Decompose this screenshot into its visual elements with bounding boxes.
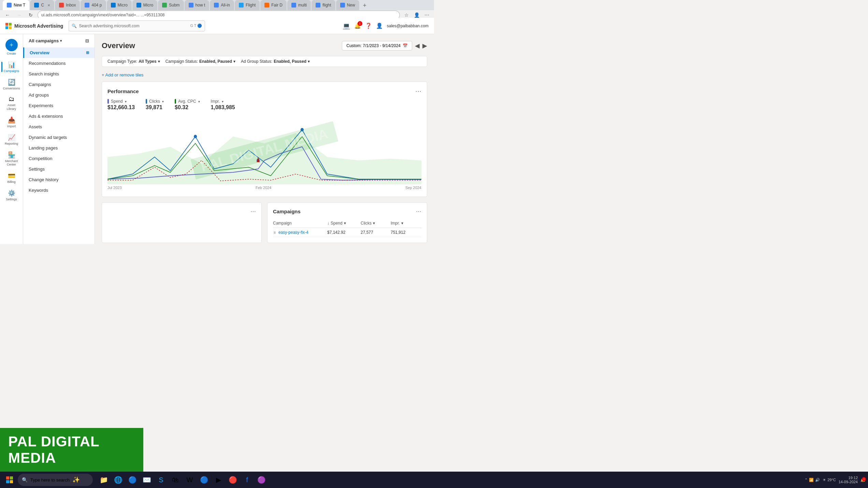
search-placeholder: Search advertising.microsoft.com xyxy=(79,24,139,28)
tab-campaigns[interactable]: C ✕ xyxy=(30,0,54,10)
campaigns-card: Campaigns ⋯ Campaign ↓ Spend ▾ Clicks ▾ xyxy=(267,202,427,243)
impr-chevron[interactable]: ▾ xyxy=(222,100,223,103)
ms-sq-4 xyxy=(9,26,12,29)
tab-fair[interactable]: Fair D xyxy=(260,0,287,10)
nav-item-overview[interactable]: Overview ⊞ xyxy=(23,47,95,58)
tab-new2[interactable]: New xyxy=(336,0,359,10)
tab-active[interactable]: New T xyxy=(3,0,29,10)
search-icon: 🔍 xyxy=(72,24,77,28)
search-insights-label: Search insights xyxy=(29,71,59,76)
left-nav-items: Overview ⊞ Recommendations Search insigh… xyxy=(23,47,95,196)
spend-chevron[interactable]: ▾ xyxy=(125,100,127,103)
tab-close-btn[interactable]: ✕ xyxy=(47,3,50,7)
account-icon[interactable]: 👤 xyxy=(376,23,383,29)
nav-item-campaigns[interactable]: Campaigns xyxy=(23,79,95,90)
tab-micro1[interactable]: Micro xyxy=(107,0,132,10)
top-bar: Microsoft Advertising 🔍 Search advertisi… xyxy=(0,18,434,34)
performance-card-menu[interactable]: ⋯ xyxy=(415,87,421,95)
sidebar-item-reporting[interactable]: 📈 Reporting xyxy=(1,132,22,148)
tab-404[interactable]: 404 p xyxy=(81,0,106,10)
nav-item-experiments[interactable]: Experiments xyxy=(23,100,95,111)
campaign-name-text[interactable]: easy-peasy-fix-4 xyxy=(278,230,308,235)
collapse-panel-btn[interactable]: ⊟ xyxy=(85,38,89,43)
clicks-chevron[interactable]: ▾ xyxy=(162,100,164,103)
sidebar-item-create[interactable]: + Create xyxy=(1,37,22,58)
tab-favicon-new2 xyxy=(340,3,345,8)
nav-item-keywords[interactable]: Keywords xyxy=(23,185,95,196)
clicks-point-2 xyxy=(301,128,304,131)
campaign-type-filter[interactable]: Campaign Type: All Types ▾ xyxy=(107,59,160,64)
tab-subm[interactable]: Subm xyxy=(158,0,184,10)
nav-item-recommendations[interactable]: Recommendations xyxy=(23,58,95,69)
notif-badge: 1 xyxy=(358,21,362,26)
all-campaigns-btn[interactable]: All campaigns ▾ xyxy=(29,38,62,43)
new-tab-btn[interactable]: + xyxy=(360,1,370,10)
col-header-clicks[interactable]: Clicks ▾ xyxy=(361,221,388,226)
add-tiles-row[interactable]: + Add or remove tiles xyxy=(102,72,427,77)
campaigns-card-menu[interactable]: ⋯ xyxy=(416,208,421,215)
campaign-status-filter[interactable]: Campaign Status: Enabled, Paused ▾ xyxy=(165,59,235,64)
impr-cell: 751,912 xyxy=(391,230,421,235)
help-icon[interactable]: 💻 xyxy=(343,22,350,30)
notification-icon[interactable]: 🔔 1 xyxy=(354,23,361,29)
sidebar-item-merchant[interactable]: 🏪 Merchant Center xyxy=(1,149,22,169)
ad-group-status-filter[interactable]: Ad Group Status: Enabled, Paused ▾ xyxy=(241,59,310,64)
tab-flight[interactable]: Flight xyxy=(235,0,260,10)
metric-cpc-label: Avg. CPC ▾ xyxy=(175,99,200,104)
x-label-feb: Feb 2024 xyxy=(256,186,271,190)
prev-period-btn[interactable]: ◀ xyxy=(415,42,420,49)
col-header-campaign: Campaign xyxy=(273,221,324,226)
sidebar-label-campaigns: Campaigns xyxy=(4,69,19,73)
nav-item-assets[interactable]: Assets xyxy=(23,121,95,132)
nav-item-settings[interactable]: Settings xyxy=(23,164,95,174)
nav-item-ad-groups[interactable]: Ad groups xyxy=(23,90,95,100)
tab-micro2[interactable]: Micro xyxy=(132,0,157,10)
bottom-cards: ⋯ Campaigns ⋯ Campaign ↓ Spend ▾ xyxy=(102,202,427,243)
metric-impr: Impr. ▾ 1,083,985 xyxy=(211,99,235,111)
nav-item-competition[interactable]: Competition xyxy=(23,153,95,164)
col-header-impr[interactable]: Impr. ▾ xyxy=(391,221,421,226)
nav-item-dynamic-ad[interactable]: Dynamic ad targets xyxy=(23,132,95,143)
sidebar-label-create: Create xyxy=(7,52,16,56)
tab-label-new2: New xyxy=(347,3,355,8)
date-range-label: Custom: 7/1/2023 - 9/14/2024 xyxy=(346,43,401,48)
tab-label: New T xyxy=(14,3,25,8)
header-right: Custom: 7/1/2023 - 9/14/2024 📅 ◀ ▶ xyxy=(342,41,427,51)
col-clicks-chevron: ▾ xyxy=(373,221,375,226)
assets-label: Assets xyxy=(29,124,42,129)
performance-card-title: Performance xyxy=(107,88,139,94)
impr-label-text: Impr. xyxy=(211,99,220,104)
next-period-btn[interactable]: ▶ xyxy=(422,42,427,49)
clicks-color xyxy=(146,99,147,104)
nav-item-change-history[interactable]: Change history xyxy=(23,174,95,185)
reporting-icon: 📈 xyxy=(8,134,15,141)
tab-favicon-m1 xyxy=(111,3,116,8)
sidebar-item-campaigns[interactable]: 📊 Campaigns xyxy=(1,59,22,75)
placeholder-card: ⋯ xyxy=(102,202,262,243)
tab-flight2[interactable]: flight xyxy=(312,0,335,10)
help-question-icon[interactable]: ❓ xyxy=(365,23,372,29)
placeholder-card-menu[interactable]: ⋯ xyxy=(250,208,256,215)
sidebar-item-settings[interactable]: ⚙️ Settings xyxy=(1,187,22,203)
top-bar-search[interactable]: 🔍 Search advertising.microsoft.com G T 🔵 xyxy=(69,20,205,31)
col-header-spend[interactable]: ↓ Spend ▾ xyxy=(327,221,358,226)
sidebar-item-conversions[interactable]: 🔄 Conversions xyxy=(1,76,22,92)
nav-item-ads-extensions[interactable]: Ads & extensions xyxy=(23,111,95,121)
cpc-chevron[interactable]: ▾ xyxy=(198,100,200,103)
nav-item-search-insights[interactable]: Search insights xyxy=(23,69,95,79)
sidebar-item-asset-library[interactable]: 🗂 Asset Library xyxy=(1,94,22,113)
tab-favicon-multi xyxy=(291,3,296,8)
tab-multi[interactable]: multi xyxy=(287,0,311,10)
nav-item-landing-pages[interactable]: Landing pages xyxy=(23,143,95,153)
active-indicator xyxy=(1,62,2,72)
col-spend-label: Spend xyxy=(331,221,343,226)
date-picker-btn[interactable]: Custom: 7/1/2023 - 9/14/2024 📅 xyxy=(342,41,412,51)
tab-favicon-m2 xyxy=(136,3,141,8)
ads-extensions-label: Ads & extensions xyxy=(29,114,63,119)
tab-howt[interactable]: how t xyxy=(185,0,209,10)
sidebar-item-import[interactable]: 📥 Import xyxy=(1,114,22,130)
sidebar-item-billing[interactable]: 💳 Billing xyxy=(1,170,22,186)
tab-inbox[interactable]: Inbox xyxy=(55,0,80,10)
tab-allin[interactable]: All-in xyxy=(210,0,234,10)
metric-spend-label: Spend ▾ xyxy=(107,99,135,104)
